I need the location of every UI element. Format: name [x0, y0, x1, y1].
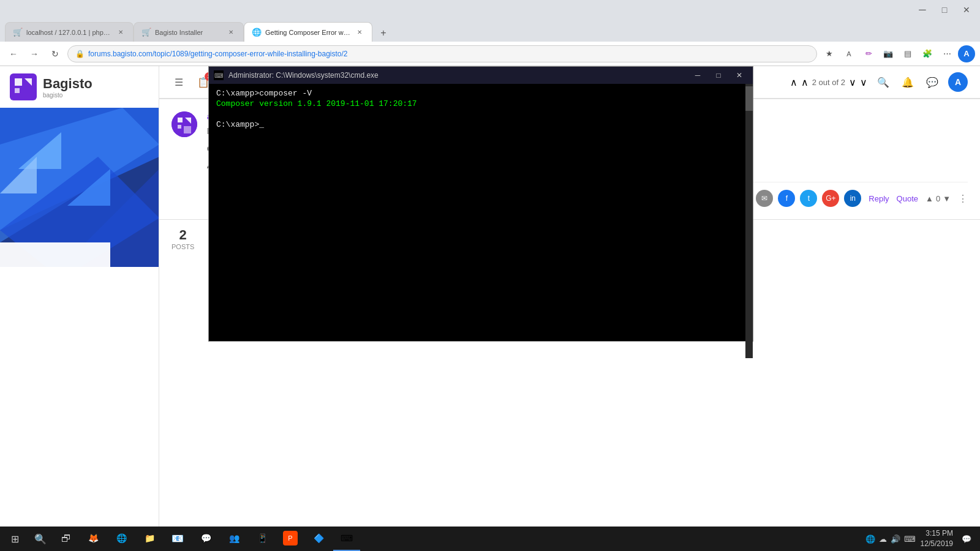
taskbar-vscode[interactable]: 🔷 — [305, 527, 332, 551]
upvote-control[interactable]: ▲ 0 ▼ — [925, 194, 951, 203]
app2-icon: P — [283, 531, 298, 545]
cmd-icon: ⌨ — [214, 70, 224, 80]
volume-icon[interactable]: 🔊 — [891, 534, 900, 544]
search-button[interactable]: 🔍 — [875, 73, 892, 91]
taskbar-firefox[interactable]: 🦊 — [80, 527, 107, 551]
tab-title3: Getting Composer Error while in... — [265, 29, 351, 36]
taskbar-app1[interactable]: 📱 — [249, 527, 276, 551]
downvote-icon: ▼ — [943, 194, 951, 203]
share-twitter-btn[interactable]: t — [800, 190, 817, 207]
address-box[interactable]: 🔒 forums.bagisto.com/topic/1089/getting-… — [67, 45, 817, 62]
share-email-btn[interactable]: ✉ — [756, 190, 773, 207]
vote-count: 0 — [936, 194, 940, 203]
collections-icon[interactable]: ▤ — [899, 45, 916, 62]
taskbar-left: ⊞ 🔍 🗗 🦊 🌐 📁 📧 💬 👥 📱 P 🔷 ⌨ — [0, 527, 360, 551]
taskview-btn[interactable]: 🗗 — [54, 527, 78, 551]
taskbar-skype[interactable]: 💬 — [192, 527, 219, 551]
tab-bagisto-installer[interactable]: 🛒 Bagisto Installer ✕ — [134, 22, 244, 42]
address-bar-row: ← → ↻ 🔒 forums.bagisto.com/topic/1089/ge… — [0, 42, 980, 66]
tab-close-btn2[interactable]: ✕ — [226, 28, 236, 37]
browser-profile[interactable]: A — [958, 45, 975, 62]
next-icon2[interactable]: ∨ — [860, 77, 867, 88]
cmd-line-2: Composer version 1.9.1 2019-11-01 17:20:… — [216, 99, 745, 108]
browser-chrome: ─ □ ✕ 🛒 localhost / 127.0.0.1 | phpMyAdm… — [0, 0, 980, 66]
user-avatar[interactable]: A — [948, 72, 968, 92]
title-bar: ─ □ ✕ — [0, 0, 980, 20]
share-facebook-btn[interactable]: f — [778, 190, 795, 207]
pagination-controls: ∧ ∧ 2 out of 2 ∨ ∨ — [790, 77, 867, 88]
forum-topbar-right: ∧ ∧ 2 out of 2 ∨ ∨ 🔍 🔔 💬 A — [790, 72, 968, 92]
sidebar-logo: Bagisto bagisto — [0, 66, 159, 108]
maximize-btn[interactable]: □ — [936, 1, 953, 18]
taskbar-terminal[interactable]: ⌨ — [333, 527, 360, 551]
taskbar-chrome[interactable]: 🌐 — [108, 527, 135, 551]
cmd-scrollbar[interactable] — [745, 84, 753, 358]
secure-icon: 🔒 — [75, 50, 85, 58]
action-center-icon[interactable]: 💬 — [958, 530, 975, 547]
taskbar-explorer[interactable]: 📁 — [136, 527, 163, 551]
tab-close-btn3[interactable]: ✕ — [355, 28, 364, 37]
start-button[interactable]: ⊞ — [2, 527, 27, 551]
cmd-line-3 — [216, 110, 745, 119]
clock-date: 12/5/2019 — [921, 539, 953, 549]
posts-label: POSTS — [172, 243, 194, 250]
camera-icon[interactable]: 📷 — [880, 45, 897, 62]
edit-icon[interactable]: ✏ — [860, 45, 877, 62]
taskbar-app2[interactable]: P — [277, 527, 304, 551]
posts-count: 2 — [179, 227, 187, 243]
svg-rect-15 — [178, 125, 181, 129]
quote-link[interactable]: Quote — [897, 194, 918, 203]
notification-bell[interactable]: 🔔 — [899, 73, 916, 91]
tab-close-btn[interactable]: ✕ — [116, 28, 126, 37]
tab-favicon2: 🛒 — [141, 28, 151, 37]
adobe-icon[interactable]: A — [840, 45, 858, 62]
cmd-window-controls: ─ □ ✕ — [689, 70, 748, 81]
svg-rect-14 — [178, 118, 183, 122]
tab-phpmyadmin[interactable]: 🛒 localhost / 127.0.0.1 | phpMyAdm... ✕ — [5, 22, 134, 42]
cmd-minimize-btn[interactable]: ─ — [689, 70, 706, 81]
reload-button[interactable]: ↻ — [47, 45, 64, 62]
system-icons: 🌐 ☁ 🔊 ⌨ — [865, 534, 916, 544]
share-linkedin-btn[interactable]: in — [844, 190, 861, 207]
address-text: forums.bagisto.com/topic/1089/getting-co… — [88, 50, 809, 58]
forward-button[interactable]: → — [26, 45, 43, 62]
close-btn[interactable]: ✕ — [958, 1, 975, 18]
extension-icon[interactable]: 🧩 — [919, 45, 936, 62]
taskbar: ⊞ 🔍 🗗 🦊 🌐 📁 📧 💬 👥 📱 P 🔷 ⌨ — [0, 527, 980, 551]
reply-link[interactable]: Reply — [869, 194, 889, 203]
cmd-restore-btn[interactable]: □ — [710, 70, 727, 81]
tab-composer-error[interactable]: 🌐 Getting Composer Error while in... ✕ — [244, 22, 372, 42]
keyboard-icon[interactable]: ⌨ — [904, 534, 916, 544]
back-button[interactable]: ← — [5, 45, 22, 62]
prev-page-icon[interactable]: ∧ — [790, 77, 797, 88]
taskbar-outlook[interactable]: 📧 — [164, 527, 191, 551]
teams-icon: 👥 — [227, 531, 241, 545]
more-icon[interactable]: ⋯ — [938, 45, 956, 62]
cmd-window: ⌨ Administrator: C:\Windows\system32\cmd… — [208, 66, 753, 342]
next-page-icon[interactable]: ∨ — [849, 77, 856, 88]
new-tab-button[interactable]: + — [375, 24, 392, 42]
chat-bubble[interactable]: 💬 — [924, 73, 941, 91]
sidebar: Bagisto bagisto — [0, 66, 159, 527]
cmd-close-btn[interactable]: ✕ — [731, 70, 748, 81]
prev-icon2[interactable]: ∧ — [801, 77, 809, 88]
system-clock[interactable]: 3:15 PM 12/5/2019 — [921, 528, 953, 549]
minimize-btn[interactable]: ─ — [914, 1, 931, 18]
cmd-line-1: C:\xampp>composer -V — [216, 89, 745, 98]
menu-icon[interactable]: ☰ — [172, 75, 186, 89]
clock-time: 3:15 PM — [921, 528, 953, 539]
onedrive-icon[interactable]: ☁ — [879, 534, 887, 544]
browser-actions: ★ A ✏ 📷 ▤ 🧩 ⋯ A — [821, 45, 975, 62]
social-share-icons: ✉ f t G+ in — [756, 190, 861, 207]
network-icon[interactable]: 🌐 — [865, 534, 875, 544]
svg-rect-9 — [0, 242, 110, 267]
bookmark-icon[interactable]: ★ — [821, 45, 838, 62]
more-options-btn[interactable]: ⋮ — [958, 193, 968, 204]
upvote-icon: ▲ — [925, 194, 933, 203]
search-taskbar-btn[interactable]: 🔍 — [28, 527, 53, 551]
cmd-title: Administrator: C:\Windows\system32\cmd.e… — [228, 71, 379, 80]
taskbar-teams[interactable]: 👥 — [221, 527, 247, 551]
pagination-text: 2 out of 2 — [812, 78, 845, 87]
svg-rect-1 — [15, 78, 22, 86]
share-googleplus-btn[interactable]: G+ — [822, 190, 839, 207]
